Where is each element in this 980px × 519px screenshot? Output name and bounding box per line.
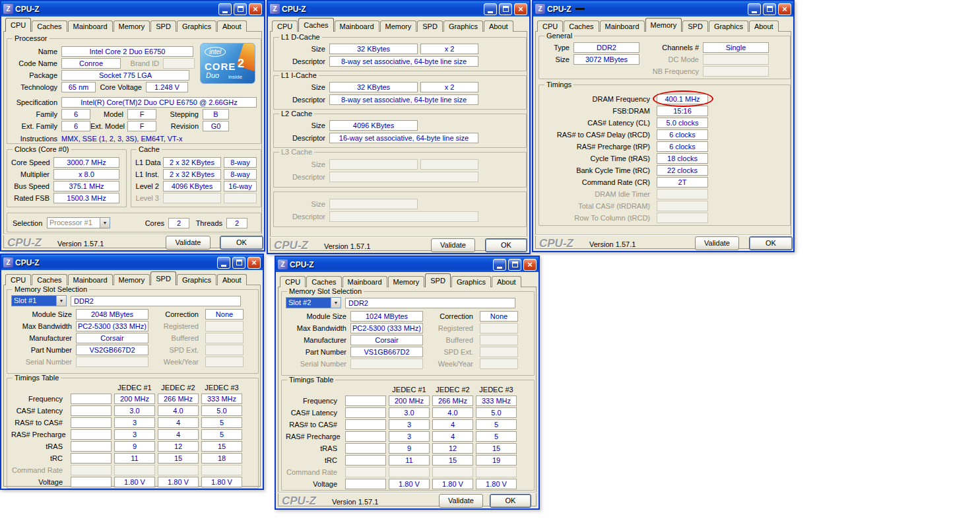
code-name-label: Code Name xyxy=(11,59,61,67)
validate-button[interactable]: Validate xyxy=(166,236,211,250)
close-button[interactable]: × xyxy=(514,3,527,15)
model-label: Model xyxy=(90,110,127,118)
titlebar[interactable]: Z CPU-Z × xyxy=(1,1,264,17)
extra-cache-group: Size Descriptor xyxy=(273,191,527,227)
core-speed-field: 3000.7 MHz xyxy=(53,157,119,168)
ras-precharge-field: 6 clocks xyxy=(657,141,708,152)
tab-caches[interactable]: Caches xyxy=(32,274,67,285)
spd-slot2-window: Z CPU-Z × CPU Caches Mainboard Memory SP… xyxy=(275,256,540,510)
size-label: Size xyxy=(278,121,329,129)
tab-graphics[interactable]: Graphics xyxy=(709,20,748,32)
descriptor-label: Descriptor xyxy=(278,96,329,104)
minimize-button[interactable] xyxy=(748,3,761,15)
l1i-descriptor-field: 8-way set associative, 64-byte line size xyxy=(329,94,478,105)
minimize-button[interactable] xyxy=(217,257,230,269)
ok-button[interactable]: OK xyxy=(485,238,527,252)
tab-spd[interactable]: SPD xyxy=(150,20,176,32)
minimize-button[interactable] xyxy=(218,3,232,15)
tab-mainboard[interactable]: Mainboard xyxy=(600,20,645,32)
name-label: Name xyxy=(11,48,61,55)
week-year-label: Week/Year xyxy=(148,358,203,366)
memory-slot-select[interactable]: Slot #2 ▼ xyxy=(286,297,341,308)
tab-about[interactable]: About xyxy=(749,20,779,32)
tab-about[interactable]: About xyxy=(492,276,521,287)
close-button[interactable]: × xyxy=(523,259,537,271)
tab-cpu[interactable]: CPU xyxy=(5,18,31,32)
trc-jedec3-field: 19 xyxy=(476,455,517,466)
tab-memory[interactable]: Memory xyxy=(645,18,682,32)
tab-graphics[interactable]: Graphics xyxy=(443,20,483,32)
tras-jedec2-field: 12 xyxy=(158,441,199,452)
l1-icache-group: L1 I-Cache Size 32 KBytes x 2 Descriptor… xyxy=(273,75,527,110)
bank-cycle-field: 22 clocks xyxy=(657,165,708,176)
minimize-button[interactable] xyxy=(493,259,506,271)
processor-group: Processor Name Intel Core 2 Duo E6750 Co… xyxy=(7,38,261,144)
memory-slot-select[interactable]: Slot #1 ▼ xyxy=(11,295,67,306)
tab-graphics[interactable]: Graphics xyxy=(451,276,491,287)
maximize-button[interactable] xyxy=(499,3,512,15)
descriptor-label: Descriptor xyxy=(278,134,329,142)
voltage-label: Voltage xyxy=(11,478,67,486)
trc-label: tRC xyxy=(11,454,67,462)
tab-about[interactable]: About xyxy=(217,274,247,285)
tab-cpu[interactable]: CPU xyxy=(5,274,31,285)
validate-button[interactable]: Validate xyxy=(695,236,739,250)
total-cas-field xyxy=(657,201,708,211)
tab-mainboard[interactable]: Mainboard xyxy=(68,274,113,285)
tab-cpu[interactable]: CPU xyxy=(537,20,563,32)
maximize-button[interactable] xyxy=(232,257,245,269)
tab-cpu[interactable]: CPU xyxy=(280,276,306,287)
tab-mainboard[interactable]: Mainboard xyxy=(335,20,379,32)
tab-caches[interactable]: Caches xyxy=(32,20,67,32)
tab-memory[interactable]: Memory xyxy=(114,20,150,32)
maximize-button[interactable] xyxy=(508,259,521,271)
tab-about[interactable]: About xyxy=(484,20,513,32)
timings-table-group: Timings Table JEDEC #1 JEDEC #2 JEDEC #3… xyxy=(281,380,535,491)
l1i-mult-field: x 2 xyxy=(420,82,478,92)
tab-bar: CPU Caches Mainboard Memory SPD Graphics… xyxy=(280,275,522,287)
tab-cpu[interactable]: CPU xyxy=(272,20,298,32)
tab-mainboard[interactable]: Mainboard xyxy=(343,276,387,287)
tab-spd[interactable]: SPD xyxy=(682,20,708,32)
l3-descriptor-field xyxy=(329,172,478,182)
l3-cache-group: L3 Cache Size Descriptor xyxy=(273,152,527,188)
jedec3-header: JEDEC #3 xyxy=(201,384,242,392)
close-button[interactable]: × xyxy=(778,3,791,15)
tab-spd[interactable]: SPD xyxy=(425,273,451,287)
rp-current-field xyxy=(345,431,386,442)
maximize-button[interactable] xyxy=(234,3,247,15)
tab-caches[interactable]: Caches xyxy=(298,18,333,32)
tab-memory[interactable]: Memory xyxy=(114,274,150,285)
cr-jedec3-field xyxy=(476,467,517,477)
tab-spd[interactable]: SPD xyxy=(417,20,443,32)
tab-memory[interactable]: Memory xyxy=(388,276,425,287)
cr-jedec2-field xyxy=(432,467,473,477)
titlebar[interactable]: Z CPU-Z × xyxy=(1,255,263,270)
tab-about[interactable]: About xyxy=(217,20,247,32)
tab-mainboard[interactable]: Mainboard xyxy=(68,20,113,32)
tab-caches[interactable]: Caches xyxy=(306,276,341,287)
voltage-jedec2-field: 1.80 V xyxy=(158,477,199,487)
titlebar[interactable]: Z CPU-Z × xyxy=(268,1,529,17)
tab-graphics[interactable]: Graphics xyxy=(177,274,216,285)
tab-graphics[interactable]: Graphics xyxy=(177,20,216,32)
part-number-field: VS2GB667D2 xyxy=(76,345,148,355)
close-button[interactable]: × xyxy=(247,257,261,269)
minimize-button[interactable] xyxy=(484,3,497,15)
maximize-button[interactable] xyxy=(763,3,776,15)
l1-dcache-group: L1 D-Cache Size 32 KBytes x 2 Descriptor… xyxy=(273,37,527,71)
row-to-column-field xyxy=(657,213,708,223)
tab-spd[interactable]: SPD xyxy=(150,271,176,285)
ok-button[interactable]: OK xyxy=(749,236,793,250)
registered-label: Registered xyxy=(423,324,477,332)
tab-caches[interactable]: Caches xyxy=(564,20,599,32)
close-button[interactable]: × xyxy=(249,3,262,15)
validate-button[interactable]: Validate xyxy=(431,238,475,252)
validate-button[interactable]: Validate xyxy=(439,494,483,508)
processor-select[interactable]: Processor #1 ▼ xyxy=(47,217,110,228)
tab-memory[interactable]: Memory xyxy=(380,20,417,32)
titlebar[interactable]: Z CPU-Z × xyxy=(533,1,793,17)
ok-button[interactable]: OK xyxy=(490,494,531,508)
titlebar[interactable]: Z CPU-Z × xyxy=(276,257,539,272)
ok-button[interactable]: OK xyxy=(220,236,263,250)
